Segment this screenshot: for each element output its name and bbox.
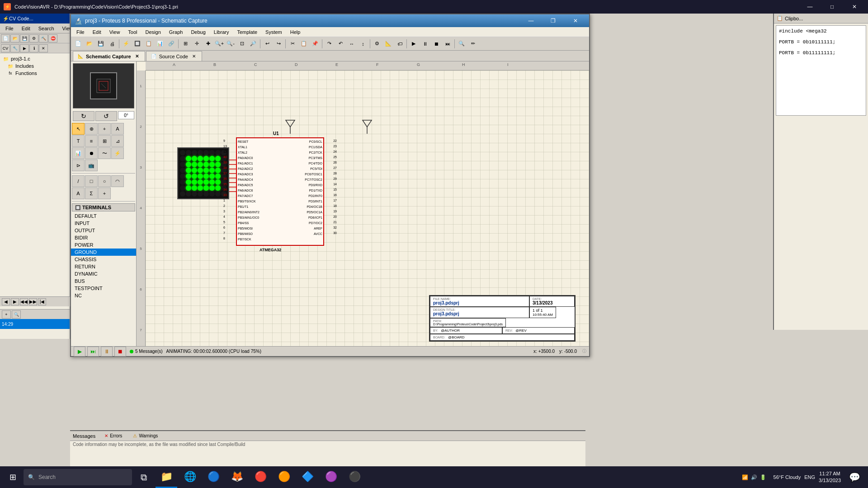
graph-btn[interactable]: 📊 [72,147,85,159]
menu-help[interactable]: Help [287,28,304,36]
rotate-ccw-btn[interactable]: ↺ [95,111,117,121]
tool-vsm[interactable]: ⚡ [121,38,132,49]
wire-label-btn[interactable]: A [111,123,124,135]
draw-symbol-btn[interactable]: Σ [85,188,98,199]
schematic-tab-close[interactable]: ✕ [134,53,140,60]
mini-schematic-view[interactable] [73,63,134,108]
draw-text-btn[interactable]: A [72,188,85,199]
cv-build-btn[interactable]: 🔨 [39,34,48,42]
tool-design-rule[interactable]: 📐 [383,38,394,49]
tool-cut[interactable]: ✂ [287,38,298,49]
warnings-tab[interactable]: ⚠ Warnings [128,432,162,439]
menu-view[interactable]: View [106,28,124,36]
cv-menu-search[interactable]: Search [35,25,58,32]
tool-gerber[interactable]: 📋 [143,38,154,49]
terminal-output[interactable]: OUTPUT [71,227,136,234]
tool-zoom-fit[interactable]: ⊡ [236,38,247,49]
current-probe-btn[interactable]: ⊳ [72,160,85,171]
draw-circle-btn[interactable]: ○ [98,175,111,187]
start-button[interactable]: ⊞ [4,468,22,486]
tool-pcb[interactable]: 🔲 [132,38,143,49]
rotation-input[interactable]: 0° [118,111,134,119]
terminal-dynamic[interactable]: DYNAMIC [71,270,136,277]
cv-btn-b[interactable]: 🔧 [10,44,19,52]
tool-print[interactable]: 🖨 [107,38,118,49]
menu-edit[interactable]: Edit [89,28,105,36]
tool-copy[interactable]: 📋 [298,38,309,49]
taskbar-edge[interactable]: 🌐 [179,466,201,488]
atmega32-ic[interactable]: U1 ATMEGA32 RESET XTAL1 XTAL2 PA0/ADC0 P… [236,137,324,246]
tool-bom[interactable]: 📊 [155,38,165,49]
draw-rect-btn[interactable]: □ [85,175,98,187]
tool-annot[interactable]: 🏷 [394,38,405,49]
cv-menu-edit[interactable]: Edit [18,25,34,32]
cv-tree-item-project[interactable]: 📁 proj3-1.c [2,55,68,62]
rotate-cw-btn[interactable]: ↻ [73,111,94,121]
menu-library[interactable]: Library [210,28,233,36]
taskbar-app6[interactable]: 🟠 [273,466,295,488]
terminal-power[interactable]: POWER [71,241,136,249]
menu-debug[interactable]: Debug [187,28,209,36]
minimize-button[interactable]: — [800,0,820,14]
led-matrix-component[interactable] [177,147,229,199]
cv-save-btn[interactable]: 💾 [20,34,29,42]
tool-sim-stop[interactable]: ⏹ [431,38,442,49]
select-tool-btn[interactable]: ↖ [72,123,85,135]
terminal-bidir[interactable]: BIDIR [71,234,136,241]
close-button[interactable]: ✕ [844,0,864,14]
tool-probe[interactable]: 🔍 [456,38,467,49]
nav-next-btn[interactable]: ▶ [11,298,19,305]
bus-btn[interactable]: ≡ [85,135,98,147]
tool-zoom-area[interactable]: 🔎 [248,38,259,49]
taskbar-firefox[interactable]: 🦊 [226,466,248,488]
nav-scroll-right[interactable]: ▶▶ [29,298,37,305]
proteus-restore[interactable]: ❐ [543,14,563,28]
tab-source[interactable]: 📄 Source Code ✕ [146,51,202,61]
proteus-close[interactable]: ✕ [565,14,585,28]
cv-btn-a[interactable]: CV [1,44,10,52]
draw-arc-btn[interactable]: ◠ [111,175,124,187]
play-btn[interactable]: ▶ [74,347,85,357]
taskbar-chrome[interactable]: 🔵 [203,466,224,488]
menu-file[interactable]: File [73,28,88,36]
taskbar-app8[interactable]: 🟣 [320,466,342,488]
subcircuit-btn[interactable]: ⊞ [98,135,111,147]
tool-redo[interactable]: ↪ [273,38,284,49]
cv-add-btn[interactable]: + [2,310,11,319]
tape-recorder-btn[interactable]: ⏺ [85,147,98,159]
virtual-instrument-btn[interactable]: 📺 [85,160,98,171]
cv-debug-btn[interactable]: ▶ [20,44,29,52]
menu-design[interactable]: Design [142,28,165,36]
task-view-btn[interactable]: ⧉ [134,466,154,488]
menu-graph[interactable]: Graph [165,28,187,36]
pause-btn[interactable]: ⏸ [101,347,113,357]
tool-grid[interactable]: ⊞ [180,38,191,49]
tool-sim-run[interactable]: ▶ [408,38,419,49]
draw-line-btn[interactable]: / [72,175,85,187]
junction-btn[interactable]: + [98,123,111,135]
cv-stop-btn[interactable]: ⛔ [48,34,57,42]
cv-info-btn[interactable]: ℹ [29,44,38,52]
tool-new[interactable]: 📄 [73,38,84,49]
tool-rotate-cw[interactable]: ↷ [324,38,335,49]
tool-open[interactable]: 📂 [84,38,95,49]
tool-undo[interactable]: ↩ [262,38,273,49]
source-tab-close[interactable]: ✕ [191,53,197,60]
terminal-nc[interactable]: NC [71,292,136,299]
terminal-default[interactable]: DEFAULT [71,212,136,220]
draw-origin-btn[interactable]: + [98,188,111,199]
tool-prop[interactable]: ⚙ [372,38,382,49]
terminal-mode-btn[interactable]: ⊿ [111,135,124,147]
maximize-button[interactable]: □ [822,0,842,14]
text-btn[interactable]: T [72,135,85,147]
tool-rotate-ccw[interactable]: ↶ [335,38,346,49]
tool-zoom-in[interactable]: 🔍+ [214,38,225,49]
stop-btn[interactable]: ⏹ [114,347,126,357]
taskbar-explorer[interactable]: 📁 [156,466,177,488]
cv-open-btn[interactable]: 📂 [10,34,19,42]
terminal-return[interactable]: RETURN [71,263,136,270]
terminal-chassis[interactable]: CHASSIS [71,256,136,263]
voltage-probe-btn[interactable]: ⚡ [111,147,124,159]
schematic-canvas[interactable]: A B C D E F G H I 1 2 3 4 5 6 7 8 9 [137,61,589,355]
generator-btn[interactable]: 〜 [98,147,111,159]
